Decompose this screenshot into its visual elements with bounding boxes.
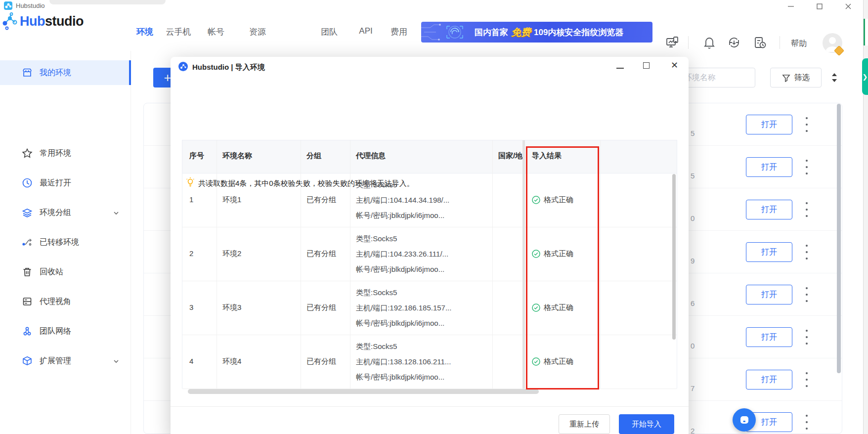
row-text-fragment: 9 — [691, 257, 694, 265]
monitor-stats-icon[interactable] — [665, 36, 679, 49]
extension-box-icon — [22, 355, 33, 366]
sidebar-item-groups[interactable]: 环境分组 — [0, 200, 129, 225]
filter-label: 筛选 — [794, 73, 810, 83]
chat-icon — [739, 415, 750, 426]
filter-button[interactable]: 筛选 — [770, 68, 822, 87]
vertical-scrollbar[interactable] — [837, 104, 841, 373]
cell-group: 已有分组 — [306, 249, 336, 259]
open-button[interactable]: 打开 — [746, 115, 792, 134]
sidebar-item-my-environments[interactable]: 我的环境 — [0, 60, 129, 85]
sort-toggle-icon[interactable] — [831, 72, 838, 83]
cell-proxy: 类型:Socks5 主机/端口:192.186.185.157... 帐号/密码… — [356, 285, 451, 331]
cell-group: 已有分组 — [306, 195, 336, 205]
import-environment-dialog: Hubstudio | 导入环境 ✕ 上传文件 2 本地校验 3 数据导入 共读… — [171, 57, 689, 434]
nav-team[interactable]: 团队 — [321, 26, 338, 38]
sidebar-label: 已转移环境 — [40, 237, 79, 248]
row-text-fragment: 0 — [691, 214, 694, 222]
sidebar-item-transferred[interactable]: 已转移环境 — [0, 230, 129, 255]
sidebar-label: 代理视角 — [40, 297, 71, 307]
nav-environment[interactable]: 环境 — [136, 26, 153, 38]
store-icon — [22, 67, 33, 78]
import-row-1: 1 环境1 已有分组 类型:Socks5 主机/端口:104.144.34.19… — [182, 174, 677, 227]
window-close-icon[interactable] — [845, 3, 852, 10]
nav-account[interactable]: 帐号 — [208, 26, 224, 38]
open-button[interactable]: 打开 — [746, 327, 792, 347]
cell-name: 环境4 — [222, 357, 241, 366]
sidebar-item-frequent[interactable]: 常用环境 — [0, 141, 129, 166]
import-row-2: 2 环境2 已有分组 类型:Socks5 主机/端口:104.233.26.11… — [182, 227, 677, 281]
dialog-maximize-icon[interactable] — [643, 62, 650, 69]
window-maximize-icon[interactable] — [816, 3, 823, 10]
import-row-4: 4 环境4 已有分组 类型:Socks5 主机/端口:138.128.106.2… — [182, 335, 677, 389]
file-history-icon[interactable] — [753, 36, 767, 49]
column-divider — [350, 140, 350, 389]
sidebar: 我的环境 常用环境 最近打开 环境分组 已转移环境 回收站 代理视角 — [0, 51, 131, 434]
os-titlebar: Hubstudio — [0, 0, 868, 12]
more-actions-icon[interactable] — [805, 372, 808, 387]
start-import-button[interactable]: 开始导入 — [619, 414, 674, 434]
cell-group: 已有分组 — [306, 357, 336, 366]
hubstudio-logo-icon — [0, 12, 20, 30]
sidebar-label: 最近打开 — [40, 178, 71, 188]
nav-cloud-phone[interactable]: 云手机 — [166, 26, 191, 38]
sidebar-label: 常用环境 — [40, 148, 71, 159]
sidebar-item-proxy-view[interactable]: 代理视角 — [0, 289, 129, 314]
row-text-fragment: 6 — [691, 299, 694, 307]
side-panel-tab[interactable]: ❯ — [862, 58, 868, 95]
annotation-highlight-rectangle — [526, 146, 599, 390]
sync-download-icon[interactable] — [727, 36, 741, 49]
search-placeholder: 环境名称 — [684, 73, 716, 83]
sidebar-item-extension-management[interactable]: 扩展管理 — [0, 348, 129, 373]
open-button[interactable]: 打开 — [746, 285, 792, 304]
sidebar-item-team-network[interactable]: 团队网络 — [0, 319, 129, 344]
cell-name: 环境2 — [222, 249, 241, 259]
table-header: 序号 环境名称 分组 代理信息 国家/地区 导入结果 — [182, 140, 677, 174]
more-actions-icon[interactable] — [805, 287, 808, 302]
active-indicator — [129, 60, 131, 85]
table-vertical-scrollbar[interactable] — [672, 174, 676, 340]
banner-text-free: 免费 — [511, 26, 531, 39]
more-actions-icon[interactable] — [805, 245, 808, 260]
more-actions-icon[interactable] — [805, 202, 808, 217]
document-list-icon — [22, 296, 33, 307]
sidebar-label: 回收站 — [40, 267, 63, 277]
sidebar-label: 扩展管理 — [40, 356, 71, 366]
os-window-title: Hubstudio — [16, 2, 45, 9]
window-minimize-icon[interactable] — [787, 3, 794, 10]
nav-resources[interactable]: 资源 — [249, 26, 266, 38]
fixed-column-shadow — [522, 140, 525, 389]
sidebar-item-recycle-bin[interactable]: 回收站 — [0, 260, 129, 284]
open-button[interactable]: 打开 — [746, 370, 792, 390]
cell-index: 1 — [189, 195, 193, 204]
promo-banner[interactable]: 国内首家 免费 109内核安全指纹浏览器 — [421, 22, 652, 43]
cell-index: 4 — [189, 357, 193, 365]
cell-index: 2 — [189, 249, 193, 258]
app-header: Hubstudio 环境 云手机 帐号 资源 团队 API 费用 国内首家 免费 — [0, 12, 863, 51]
cell-name: 环境1 — [222, 195, 241, 205]
dialog-minimize-icon[interactable] — [616, 68, 624, 69]
open-button[interactable]: 打开 — [746, 157, 792, 177]
cell-name: 环境3 — [222, 303, 241, 312]
table-horizontal-scrollbar[interactable] — [188, 389, 539, 394]
more-actions-icon[interactable] — [805, 415, 808, 430]
dialog-close-icon[interactable]: ✕ — [671, 60, 678, 71]
footer-divider — [171, 406, 689, 407]
sidebar-item-recent[interactable]: 最近打开 — [0, 171, 129, 195]
open-button[interactable]: 打开 — [746, 200, 792, 219]
nav-api[interactable]: API — [359, 26, 372, 36]
more-actions-icon[interactable] — [805, 160, 808, 174]
row-text-fragment: 0 — [691, 342, 694, 350]
sidebar-label: 环境分组 — [40, 208, 71, 218]
star-icon — [22, 148, 33, 159]
more-actions-icon[interactable] — [805, 117, 808, 132]
logo-text-hub: Hub — [20, 14, 45, 29]
reupload-button[interactable]: 重新上传 — [559, 414, 610, 434]
nav-billing[interactable]: 费用 — [391, 26, 407, 38]
customer-service-fab[interactable] — [733, 408, 756, 432]
open-button[interactable]: 打开 — [746, 242, 792, 262]
titlebar-tab-remnant — [49, 0, 166, 4]
more-actions-icon[interactable] — [805, 330, 808, 345]
notification-bell-icon[interactable] — [702, 36, 716, 49]
cell-proxy: 类型:Socks5 主机/端口:104.144.34.198/... 帐号/密码… — [356, 177, 449, 223]
help-link[interactable]: 帮助 — [791, 39, 807, 49]
